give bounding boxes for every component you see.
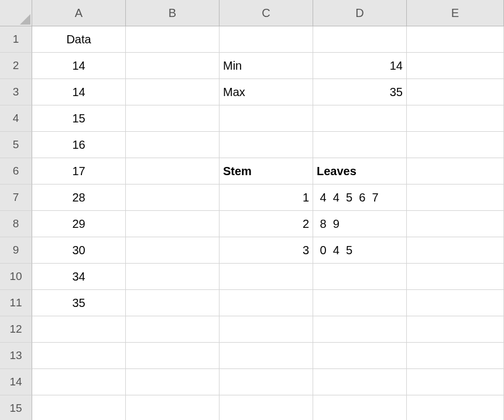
cell-B9[interactable] — [126, 237, 220, 264]
cell-A8[interactable]: 29 — [32, 211, 126, 237]
cell-D8[interactable]: 8 9 — [313, 211, 407, 237]
cell-B8[interactable] — [126, 211, 220, 237]
cell-E1[interactable] — [407, 26, 504, 53]
cell-D5[interactable] — [313, 132, 407, 158]
row-header-9[interactable]: 9 — [0, 237, 32, 264]
cell-C5[interactable] — [220, 132, 313, 158]
cell-B6[interactable] — [126, 158, 220, 185]
cell-C11[interactable] — [220, 290, 313, 316]
row-header-13[interactable]: 13 — [0, 343, 32, 369]
cell-E9[interactable] — [407, 237, 504, 264]
cell-C4[interactable] — [220, 105, 313, 132]
cell-B1[interactable] — [126, 26, 220, 53]
select-all-corner[interactable] — [0, 0, 32, 26]
cell-A14[interactable] — [32, 369, 126, 395]
row-header-14[interactable]: 14 — [0, 369, 32, 395]
cell-B11[interactable] — [126, 290, 220, 316]
spreadsheet-grid: A B C D E 1 Data 2 14 Min 14 3 14 Max 35… — [0, 0, 504, 420]
row-header-4[interactable]: 4 — [0, 105, 32, 132]
cell-B12[interactable] — [126, 316, 220, 343]
cell-A4[interactable]: 15 — [32, 105, 126, 132]
cell-B13[interactable] — [126, 343, 220, 369]
cell-C7[interactable]: 1 — [220, 185, 313, 211]
cell-E8[interactable] — [407, 211, 504, 237]
cell-C1[interactable] — [220, 26, 313, 53]
cell-B10[interactable] — [126, 264, 220, 290]
cell-B7[interactable] — [126, 185, 220, 211]
cell-D13[interactable] — [313, 343, 407, 369]
cell-C9[interactable]: 3 — [220, 237, 313, 264]
svg-marker-0 — [20, 14, 30, 25]
cell-B15[interactable] — [126, 395, 220, 420]
cell-B2[interactable] — [126, 53, 220, 79]
row-header-5[interactable]: 5 — [0, 132, 32, 158]
cell-C14[interactable] — [220, 369, 313, 395]
cell-A2[interactable]: 14 — [32, 53, 126, 79]
cell-D11[interactable] — [313, 290, 407, 316]
cell-A13[interactable] — [32, 343, 126, 369]
col-header-C[interactable]: C — [220, 0, 313, 26]
cell-C12[interactable] — [220, 316, 313, 343]
cell-D10[interactable] — [313, 264, 407, 290]
cell-D14[interactable] — [313, 369, 407, 395]
cell-D9[interactable]: 0 4 5 — [313, 237, 407, 264]
cell-E10[interactable] — [407, 264, 504, 290]
cell-B5[interactable] — [126, 132, 220, 158]
cell-E13[interactable] — [407, 343, 504, 369]
row-header-12[interactable]: 12 — [0, 316, 32, 343]
col-header-A[interactable]: A — [32, 0, 126, 26]
cell-E14[interactable] — [407, 369, 504, 395]
cell-A15[interactable] — [32, 395, 126, 420]
cell-E12[interactable] — [407, 316, 504, 343]
cell-C6[interactable]: Stem — [220, 158, 313, 185]
row-header-1[interactable]: 1 — [0, 26, 32, 53]
cell-C3[interactable]: Max — [220, 79, 313, 105]
cell-C2[interactable]: Min — [220, 53, 313, 79]
cell-A7[interactable]: 28 — [32, 185, 126, 211]
cell-E11[interactable] — [407, 290, 504, 316]
row-header-10[interactable]: 10 — [0, 264, 32, 290]
cell-C10[interactable] — [220, 264, 313, 290]
cell-E7[interactable] — [407, 185, 504, 211]
cell-A11[interactable]: 35 — [32, 290, 126, 316]
row-header-15[interactable]: 15 — [0, 395, 32, 420]
cell-D12[interactable] — [313, 316, 407, 343]
col-header-B[interactable]: B — [126, 0, 220, 26]
row-header-8[interactable]: 8 — [0, 211, 32, 237]
cell-E5[interactable] — [407, 132, 504, 158]
cell-B4[interactable] — [126, 105, 220, 132]
cell-C15[interactable] — [220, 395, 313, 420]
cell-D6[interactable]: Leaves — [313, 158, 407, 185]
col-header-D[interactable]: D — [313, 0, 407, 26]
cell-A6[interactable]: 17 — [32, 158, 126, 185]
cell-D4[interactable] — [313, 105, 407, 132]
select-all-triangle-icon — [19, 13, 30, 25]
cell-A12[interactable] — [32, 316, 126, 343]
cell-D1[interactable] — [313, 26, 407, 53]
cell-E6[interactable] — [407, 158, 504, 185]
cell-A5[interactable]: 16 — [32, 132, 126, 158]
cell-E2[interactable] — [407, 53, 504, 79]
row-header-6[interactable]: 6 — [0, 158, 32, 185]
cell-D15[interactable] — [313, 395, 407, 420]
cell-C13[interactable] — [220, 343, 313, 369]
cell-E3[interactable] — [407, 79, 504, 105]
row-header-7[interactable]: 7 — [0, 185, 32, 211]
cell-A9[interactable]: 30 — [32, 237, 126, 264]
cell-B3[interactable] — [126, 79, 220, 105]
cell-E4[interactable] — [407, 105, 504, 132]
cell-A10[interactable]: 34 — [32, 264, 126, 290]
cell-B14[interactable] — [126, 369, 220, 395]
row-header-3[interactable]: 3 — [0, 79, 32, 105]
cell-D2[interactable]: 14 — [313, 53, 407, 79]
cell-A1[interactable]: Data — [32, 26, 126, 53]
cell-D3[interactable]: 35 — [313, 79, 407, 105]
cell-C8[interactable]: 2 — [220, 211, 313, 237]
col-header-E[interactable]: E — [407, 0, 504, 26]
cell-A3[interactable]: 14 — [32, 79, 126, 105]
cell-D7[interactable]: 4 4 5 6 7 — [313, 185, 407, 211]
row-header-11[interactable]: 11 — [0, 290, 32, 316]
cell-E15[interactable] — [407, 395, 504, 420]
row-header-2[interactable]: 2 — [0, 53, 32, 79]
